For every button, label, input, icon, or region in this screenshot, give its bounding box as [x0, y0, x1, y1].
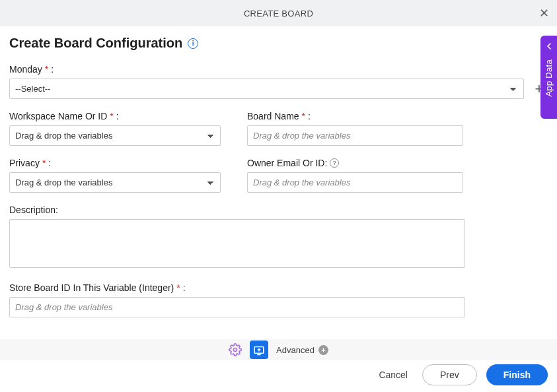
bottom-actions: Cancel Prev Finish	[373, 364, 548, 385]
owner-label: Owner Email Or ID: ?	[247, 158, 463, 168]
form-grid-2: Privacy*: Drag & drop the variables Owne…	[9, 158, 548, 193]
col-right: Board Name*:	[247, 111, 463, 146]
label-text: Privacy	[9, 158, 40, 168]
help-icon[interactable]: ?	[330, 158, 339, 168]
label-colon: :	[116, 111, 119, 121]
boardname-label: Board Name*:	[247, 111, 463, 121]
footer-toolbar: Advanced +	[0, 339, 557, 360]
label-text: Description:	[9, 205, 58, 215]
plus-circle-icon: +	[318, 345, 328, 355]
app-data-label: App Data	[544, 59, 554, 97]
label-colon: :	[308, 111, 311, 121]
finish-button[interactable]: Finish	[486, 364, 548, 385]
svg-point-0	[234, 348, 237, 352]
form-grid: Workspace Name Or ID *: Drag & drop the …	[9, 111, 548, 146]
label-colon: :	[48, 158, 51, 168]
advanced-toggle[interactable]: Advanced +	[276, 345, 328, 355]
info-icon[interactable]: i	[188, 38, 198, 49]
gear-icon[interactable]	[229, 343, 242, 356]
board-icon[interactable]	[250, 341, 268, 359]
monday-select[interactable]: --Select--	[9, 79, 524, 99]
required-asterisk: *	[176, 282, 180, 293]
app-data-tab[interactable]: App Data	[540, 36, 557, 119]
modal-title: CREATE BOARD	[244, 9, 313, 18]
label-text: Store Board ID In This Variable (Integer…	[9, 282, 174, 293]
modal-header: CREATE BOARD ✕	[0, 0, 557, 26]
chevron-left-icon	[546, 41, 552, 51]
store-label: Store Board ID In This Variable (Integer…	[9, 282, 548, 293]
description-label: Description:	[9, 205, 548, 215]
label-text: Monday	[9, 64, 42, 75]
col-right-2: Owner Email Or ID: ?	[247, 158, 463, 193]
col-left-2: Privacy*: Drag & drop the variables	[9, 158, 221, 193]
boardname-input[interactable]	[247, 125, 463, 146]
label-text: Owner Email Or ID:	[247, 158, 327, 168]
page-title-row: Create Board Configuration i	[9, 36, 548, 51]
required-asterisk: *	[45, 64, 48, 75]
owner-input[interactable]	[247, 172, 463, 193]
workspace-label: Workspace Name Or ID *:	[9, 111, 221, 121]
description-textarea[interactable]	[9, 219, 465, 268]
store-variable-input[interactable]	[9, 297, 465, 317]
privacy-label: Privacy*:	[9, 158, 221, 168]
monday-label: Monday*:	[9, 64, 548, 75]
label-text: Workspace Name Or ID	[9, 111, 107, 121]
cancel-button[interactable]: Cancel	[373, 366, 413, 384]
modal-content: Create Board Configuration i Monday*: --…	[0, 26, 557, 317]
label-colon: :	[51, 64, 54, 75]
advanced-label: Advanced	[276, 345, 315, 355]
monday-row: --Select-- +	[9, 79, 548, 99]
workspace-select[interactable]: Drag & drop the variables	[9, 125, 221, 146]
privacy-select[interactable]: Drag & drop the variables	[9, 172, 221, 193]
required-asterisk: *	[302, 111, 305, 121]
label-colon: :	[183, 282, 186, 293]
page-title: Create Board Configuration	[9, 36, 182, 51]
prev-button[interactable]: Prev	[422, 364, 477, 385]
label-text: Board Name	[247, 111, 299, 121]
close-icon[interactable]: ✕	[539, 7, 549, 19]
required-asterisk: *	[110, 111, 113, 121]
required-asterisk: *	[42, 158, 46, 168]
col-left: Workspace Name Or ID *: Drag & drop the …	[9, 111, 221, 146]
